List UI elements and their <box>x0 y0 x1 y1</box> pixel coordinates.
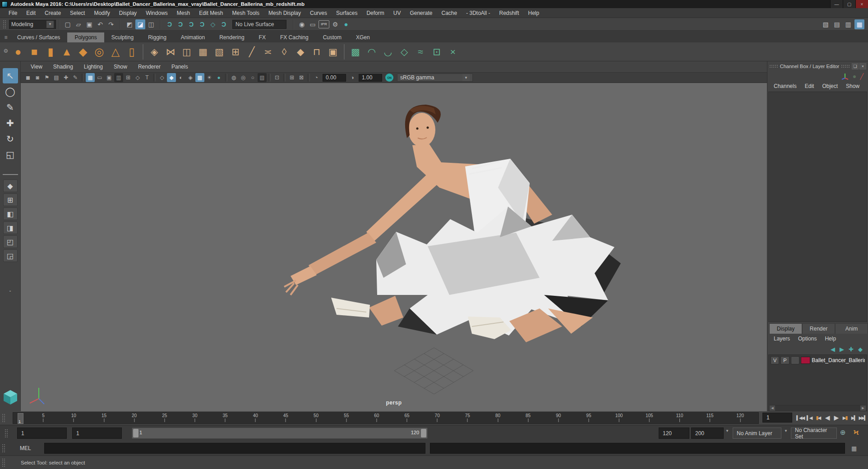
gate-mask-icon[interactable]: ▥ <box>114 73 123 82</box>
shelf-gear-icon[interactable]: ⚙ <box>2 48 10 54</box>
polygon-pipe-icon[interactable]: ▯ <box>124 44 140 60</box>
help-line-grip[interactable] <box>2 458 5 467</box>
chevron-down-icon[interactable]: ▼ <box>784 429 788 433</box>
shelf-tab[interactable]: Rigging <box>141 32 174 42</box>
time-slider[interactable]: 5101520253035404550556065707580859095100… <box>13 412 759 424</box>
xray-icon[interactable]: ▧ <box>258 73 267 82</box>
break-connection-icon[interactable]: ╱ <box>860 73 863 80</box>
exposure-icon[interactable]: ◔ <box>312 73 321 82</box>
redshift-render-icon[interactable]: ● <box>341 19 351 29</box>
menu-item[interactable]: Generate <box>406 9 436 17</box>
target-weld-icon[interactable]: ◊ <box>276 44 292 60</box>
layer-editor-tab[interactable]: Display <box>769 323 802 334</box>
panel-menu-item[interactable]: Show <box>109 63 132 71</box>
single-pane-layout-button[interactable]: ◆ <box>3 179 18 192</box>
scroll-right-icon[interactable]: ▶ <box>860 405 866 411</box>
command-line-grip[interactable] <box>2 444 5 453</box>
panel-menu-item[interactable]: Panels <box>167 63 193 71</box>
snap-to-projected-center-icon[interactable]: Ɔ <box>197 19 207 29</box>
append-to-polygon-icon[interactable]: ⊞ <box>227 44 244 60</box>
animation-end-field[interactable]: 200 <box>691 428 724 439</box>
combine-icon[interactable]: ◈ <box>146 44 162 60</box>
menu-item[interactable]: Deform <box>362 9 388 17</box>
bake-cube-icon[interactable]: ◇ <box>396 44 412 60</box>
manipulator-icon[interactable] <box>841 73 849 80</box>
shelf-tab[interactable]: Polygons <box>67 32 104 42</box>
exposure-field[interactable]: 0.00 <box>323 74 346 82</box>
menu-item[interactable]: Curves <box>306 9 331 17</box>
menu-item[interactable]: Display <box>115 9 141 17</box>
next-layer-icon[interactable]: ▶ <box>840 346 844 353</box>
select-camera-icon[interactable]: ◼ <box>23 73 32 82</box>
shelf-tab[interactable]: XGen <box>349 32 377 42</box>
channel-box-menu-item[interactable]: Edit <box>801 82 818 90</box>
two-d-pan-zoom-icon[interactable]: ✚ <box>61 73 70 82</box>
play-backwards-button[interactable]: ◀ <box>822 412 831 423</box>
polygon-cylinder-icon[interactable]: ▮ <box>42 44 59 60</box>
menu-set-dropdown[interactable]: Modeling ▼ <box>9 20 56 29</box>
menu-item[interactable]: Edit Mesh <box>195 9 227 17</box>
menu-item[interactable]: Help <box>524 9 544 17</box>
ipr-render-icon[interactable]: IPR <box>319 20 329 28</box>
playback-start-field[interactable]: 1 <box>72 428 122 439</box>
fill-hole-icon[interactable]: ▦ <box>195 44 211 60</box>
grid-icon[interactable]: ▦ <box>86 73 95 82</box>
polygon-torus-icon[interactable]: ◎ <box>91 44 107 60</box>
layer-menu-item[interactable]: Options <box>794 335 820 343</box>
use-all-lights-icon[interactable]: ☀ <box>205 73 214 82</box>
close-button[interactable]: × <box>855 0 868 8</box>
polygon-cube-icon[interactable]: ■ <box>26 44 42 60</box>
menu-item[interactable]: Cache <box>437 9 461 17</box>
go-to-start-button[interactable]: ▍◀◀ <box>796 412 805 423</box>
safe-title-icon[interactable]: T <box>143 73 152 82</box>
safe-action-icon[interactable]: ◇ <box>133 73 142 82</box>
polygon-pyramid-icon[interactable]: △ <box>107 44 124 60</box>
screen-space-ao-icon[interactable]: ◍ <box>229 73 238 82</box>
shelf-tab[interactable]: FX <box>252 32 273 42</box>
channel-box-menu-item[interactable]: Object <box>818 82 841 90</box>
viewport-canvas[interactable]: persp <box>21 83 767 411</box>
multi-cut-icon[interactable]: ╱ <box>244 44 260 60</box>
command-input[interactable] <box>44 443 425 454</box>
field-chart-icon[interactable]: ⊞ <box>124 73 133 82</box>
character-set-selector[interactable]: No Character Set <box>791 428 837 439</box>
wireframe-on-shaded-icon[interactable]: ◈ <box>186 73 195 82</box>
live-surface-field[interactable]: No Live Surface <box>232 20 286 29</box>
select-object-icon[interactable]: ◪ <box>135 19 145 29</box>
channel-box-menu-item[interactable]: Channels <box>770 82 800 90</box>
separate-icon[interactable]: ⋈ <box>162 44 179 60</box>
save-scene-icon[interactable]: ▣ <box>84 19 94 29</box>
menu-item[interactable]: Mesh <box>173 9 194 17</box>
layer-visibility-toggle[interactable]: V <box>771 356 779 364</box>
panel-grip[interactable] <box>769 64 778 68</box>
rotate-tool[interactable]: ↻ <box>3 131 18 147</box>
bookmark-icon[interactable]: ⚑ <box>42 73 51 82</box>
shelf-tab[interactable]: Sculpting <box>104 32 141 42</box>
shelf-tab[interactable]: Rendering <box>212 32 251 42</box>
extract-icon[interactable]: ◫ <box>179 44 195 60</box>
snap-to-points-icon[interactable]: Ɔ <box>186 19 196 29</box>
bake-surface-down-icon[interactable]: ◡ <box>380 44 396 60</box>
shelf-tab[interactable]: Custom <box>316 32 349 42</box>
layer-horizontal-scrollbar[interactable]: ◀ ▶ <box>770 405 866 410</box>
grease-pencil-icon[interactable]: ✎ <box>71 73 80 82</box>
animation-preferences-icon[interactable]: Ϟ <box>854 428 859 436</box>
step-back-frame-button[interactable]: ▍◀ <box>805 412 814 423</box>
menu-item[interactable]: Mesh Display <box>264 9 305 17</box>
close-panel-button[interactable]: × <box>859 63 866 69</box>
time-slider-grip[interactable] <box>2 414 5 423</box>
panel-menu-item[interactable]: View <box>26 63 47 71</box>
bake-surface-up-icon[interactable]: ◠ <box>364 44 380 60</box>
range-start-handle[interactable] <box>133 429 139 437</box>
channel-box-menu-item[interactable]: Show <box>842 82 863 90</box>
bake-curve-icon[interactable]: ≈ <box>412 44 429 60</box>
shelf-tab[interactable]: Animation <box>174 32 212 42</box>
auto-key-icon[interactable]: ⊕ <box>840 428 846 437</box>
multisample-icon[interactable]: ○ <box>248 73 257 82</box>
snap-to-curves-icon[interactable]: Ɔ <box>175 19 185 29</box>
camera-attributes-icon[interactable]: ◙ <box>33 73 42 82</box>
layer-editor-tab[interactable]: Anim <box>835 323 868 334</box>
playback-end-field[interactable]: 120 <box>659 428 689 439</box>
contrast-icon[interactable]: ◑ <box>348 73 357 82</box>
scale-tool[interactable]: ◱ <box>3 147 18 162</box>
